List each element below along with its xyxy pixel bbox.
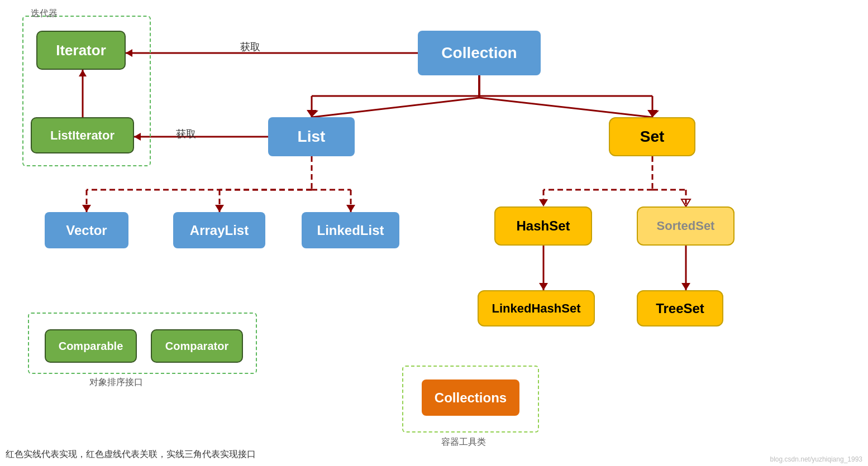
svg-marker-36	[539, 199, 548, 206]
vector-node: Vector	[45, 212, 128, 248]
tool-class-label: 容器工具类	[441, 436, 486, 448]
svg-marker-10	[307, 110, 317, 117]
arraylist-node: ArrayList	[173, 212, 265, 248]
svg-marker-13	[647, 110, 657, 117]
svg-line-1	[312, 98, 479, 117]
list-iterator-node: ListIterator	[31, 117, 134, 153]
treeset-node: TreeSet	[637, 290, 723, 326]
bottom-label: 红色实线代表实现，红色虚线代表关联，实线三角代表实现接口	[6, 449, 256, 460]
list-node: List	[268, 117, 355, 156]
svg-marker-2	[307, 111, 318, 117]
iterator-box-label: 迭代器	[31, 8, 58, 20]
svg-marker-38	[681, 199, 690, 206]
diagram-container: 迭代器 对象排序接口 容器工具类 Collection Iterator Lis…	[0, 0, 868, 466]
sort-interface-label: 对象排序接口	[89, 377, 143, 388]
svg-marker-5	[648, 111, 659, 117]
linkedlist-node: LinkedList	[302, 212, 399, 248]
set-node: Set	[609, 117, 695, 156]
comparator-node: Comparator	[151, 329, 243, 363]
svg-marker-42	[681, 283, 690, 290]
comparable-node: Comparable	[45, 329, 137, 363]
svg-marker-31	[346, 205, 355, 212]
collections-node: Collections	[422, 379, 519, 416]
svg-line-4	[479, 98, 652, 117]
hashset-node: HashSet	[494, 206, 592, 246]
svg-marker-27	[82, 205, 91, 212]
linkedhashset-node: LinkedHashSet	[478, 290, 595, 326]
get-label-1: 获取	[240, 40, 260, 54]
get-label-2: 获取	[176, 127, 196, 141]
sortedset-node: SortedSet	[637, 206, 735, 246]
svg-marker-29	[215, 205, 224, 212]
watermark: blog.csdn.net/yuzhiqiang_1993	[770, 455, 862, 463]
iterator-node: Iterator	[36, 31, 126, 70]
collection-node: Collection	[418, 31, 541, 75]
svg-marker-40	[539, 283, 548, 290]
